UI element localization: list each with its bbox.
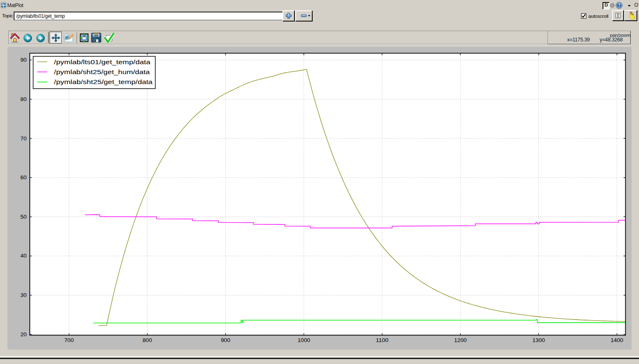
svg-text:700: 700 [64,337,74,343]
svg-text:80: 80 [20,96,27,102]
svg-text:1100: 1100 [376,337,388,343]
svg-text:30: 30 [20,292,27,298]
svg-text:1300: 1300 [532,337,545,343]
svg-text:/pymlab/sht25/get_hum/data: /pymlab/sht25/get_hum/data [54,68,150,75]
svg-text:90: 90 [20,57,27,63]
svg-text:900: 900 [221,337,230,343]
svg-text:?: ? [618,3,620,8]
svg-text:20: 20 [20,331,27,337]
svg-text:60: 60 [20,174,27,181]
svg-text:1200: 1200 [454,337,466,343]
svg-text:70: 70 [20,135,27,142]
svg-text:/pymlab/sht25/get_temp/data: /pymlab/sht25/get_temp/data [54,78,153,85]
svg-text:/pymlab/lts01/get_temp/data: /pymlab/lts01/get_temp/data [54,58,150,65]
svg-text:1000: 1000 [297,337,310,343]
svg-text:40: 40 [20,253,27,259]
svg-text:50: 50 [20,214,27,220]
svg-text:800: 800 [142,337,152,343]
svg-text:1400: 1400 [611,337,623,343]
